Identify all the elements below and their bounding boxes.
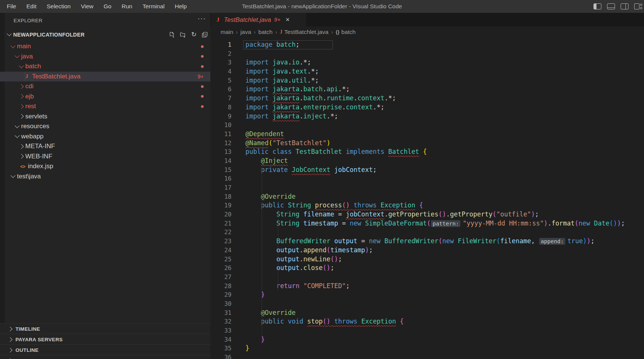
code-line-5[interactable]: 5import java.util.*; <box>210 76 644 85</box>
modified-dot-badge <box>201 95 204 98</box>
jsp-file-icon: <> <box>20 164 26 169</box>
line-content: String timestamp = new SimpleDateFormat(… <box>245 219 625 228</box>
line-number: 25 <box>210 255 232 264</box>
code-editor[interactable]: 1package batch;23import java.io.*;4impor… <box>210 37 644 359</box>
new-file-icon[interactable] <box>169 31 175 38</box>
line-number: 32 <box>210 317 232 326</box>
breadcrumb-separator: › <box>331 29 333 35</box>
code-line-31[interactable]: 31 @Override <box>210 308 644 318</box>
code-line-21[interactable]: 21 String timestamp = new SimpleDateForm… <box>210 219 644 228</box>
line-content: return "COMPLETED"; <box>245 282 350 291</box>
breadcrumb-item-batch[interactable]: {}batch <box>336 29 356 35</box>
tree-item-testbatchlet-java[interactable]: JTestBatchlet.java9+ <box>0 72 210 82</box>
breadcrumb-item-testbatchlet-java[interactable]: JTestBatchlet.java <box>280 29 328 35</box>
code-line-17[interactable]: 17 <box>210 183 644 192</box>
line-content: @Named("TestBatchlet") <box>245 139 330 148</box>
modified-dot-badge <box>201 55 204 58</box>
tree-item-ejb[interactable]: ejb <box>0 92 210 102</box>
tree-item-cdi[interactable]: cdi <box>0 81 210 92</box>
code-line-35[interactable]: 35} <box>210 344 644 353</box>
editor-group: J TestBatchlet.java 9+ × main›java›batch… <box>210 13 644 359</box>
line-number: 8 <box>210 103 232 112</box>
code-line-3[interactable]: 3import java.io.*; <box>210 58 644 67</box>
code-line-9[interactable]: 9import jakarta.inject.*; <box>210 112 644 121</box>
code-line-29[interactable]: 29 } <box>210 290 644 299</box>
section-payara-servers[interactable]: PAYARA SERVERS <box>0 334 210 345</box>
tree-item-meta-inf[interactable]: META-INF <box>0 141 210 152</box>
workspace-folder-header[interactable]: NEWAPPLICATIONFOLDER ↻ <box>0 29 210 40</box>
line-number: 3 <box>210 58 232 67</box>
modified-dot-badge <box>201 85 204 88</box>
menu-go[interactable]: Go <box>104 3 112 10</box>
tree-item-batch[interactable]: batch <box>0 61 210 72</box>
code-line-7[interactable]: 7import jakarta.batch.runtime.context.*; <box>210 94 644 103</box>
section-timeline[interactable]: TIMELINE <box>0 323 210 334</box>
refresh-icon[interactable]: ↻ <box>190 31 197 38</box>
collapse-all-icon[interactable] <box>201 31 208 38</box>
toggle-secondary-sidebar-icon[interactable] <box>621 3 629 9</box>
new-folder-icon[interactable] <box>179 31 186 38</box>
code-line-12[interactable]: 12@Named("TestBatchlet") <box>210 139 644 148</box>
tree-indent-guide <box>25 72 25 82</box>
code-line-33[interactable]: 33 <box>210 326 644 335</box>
code-line-36[interactable]: 36 <box>210 353 644 359</box>
toggle-sidebar-icon[interactable] <box>593 3 601 9</box>
code-line-26[interactable]: 26 output.close(); <box>210 264 644 273</box>
code-line-28[interactable]: 28 return "COMPLETED"; <box>210 282 644 291</box>
section-payara-micro-instances[interactable]: PAYARA MICRO INSTANCES <box>0 355 210 359</box>
code-line-20[interactable]: 20 String filename = jobContext.getPrope… <box>210 210 644 219</box>
code-line-11[interactable]: 11@Dependent <box>210 130 644 139</box>
code-line-24[interactable]: 24 output.append(timestamp); <box>210 246 644 255</box>
line-content: } <box>245 344 249 353</box>
tab-title: TestBatchlet.java <box>224 16 271 23</box>
tree-item-web-inf[interactable]: WEB-INF <box>0 152 210 162</box>
tree-item-resources[interactable]: resources <box>0 121 210 132</box>
tree-item-webapp[interactable]: webapp <box>0 132 210 142</box>
code-line-6[interactable]: 6import jakarta.batch.api.*; <box>210 85 644 94</box>
code-line-30[interactable]: 30 <box>210 299 644 308</box>
close-icon[interactable]: × <box>286 16 290 23</box>
breadcrumb-label: TestBatchlet.java <box>284 29 328 35</box>
tab-testbatchlet-java[interactable]: J TestBatchlet.java 9+ × <box>211 13 306 26</box>
menu-help[interactable]: Help <box>175 3 187 10</box>
menu-selection[interactable]: Selection <box>47 3 71 10</box>
menu-run[interactable]: Run <box>121 3 132 10</box>
code-line-23[interactable]: 23 BufferedWriter output = new BufferedW… <box>210 237 644 246</box>
tree-item-index-jsp[interactable]: <>index.jsp <box>0 161 210 172</box>
code-line-10[interactable]: 10 <box>210 121 644 130</box>
code-line-16[interactable]: 16 <box>210 174 644 183</box>
code-line-1[interactable]: 1package batch; <box>210 40 644 49</box>
code-line-4[interactable]: 4import java.text.*; <box>210 67 644 76</box>
tree-item-main[interactable]: main <box>0 41 210 52</box>
toggle-panel-icon[interactable] <box>607 3 615 9</box>
menu-view[interactable]: View <box>81 3 93 10</box>
menu-edit[interactable]: Edit <box>26 3 37 10</box>
line-number: 7 <box>210 94 232 103</box>
tree-item-rest[interactable]: rest <box>0 101 210 112</box>
code-line-13[interactable]: 13public class TestBatchlet implements B… <box>210 147 644 156</box>
breadcrumb-label: java <box>241 29 251 35</box>
breadcrumb-item-java[interactable]: java <box>241 29 251 35</box>
menu-terminal[interactable]: Terminal <box>143 3 165 10</box>
code-line-8[interactable]: 8import jakarta.enterprise.context.*; <box>210 103 644 112</box>
code-line-19[interactable]: 19 public String process() throws Except… <box>210 201 644 210</box>
section-outline[interactable]: OUTLINE <box>0 344 210 355</box>
tree-item-java[interactable]: java <box>0 52 210 62</box>
tree-item-servlets[interactable]: servlets <box>0 112 210 122</box>
customize-layout-icon[interactable] <box>634 3 639 9</box>
code-line-25[interactable]: 25 output.newLine(); <box>210 255 644 264</box>
code-line-15[interactable]: 15 private JobContext jobContext; <box>210 166 644 175</box>
code-line-2[interactable]: 2 <box>210 49 644 58</box>
code-line-27[interactable]: 27 <box>210 273 644 282</box>
code-line-22[interactable]: 22 <box>210 228 644 237</box>
tree-item-test-java[interactable]: test\java <box>0 172 210 182</box>
breadcrumb-item-batch[interactable]: batch <box>258 29 273 35</box>
menu-file[interactable]: File <box>7 3 16 10</box>
code-line-18[interactable]: 18 @Override <box>210 192 644 201</box>
explorer-more-actions-icon[interactable]: ··· <box>198 14 206 23</box>
code-line-14[interactable]: 14 @Inject <box>210 156 644 166</box>
line-number: 35 <box>210 344 232 353</box>
code-line-32[interactable]: 32 public void stop() throws Exception { <box>210 317 644 326</box>
code-line-34[interactable]: 34 } <box>210 335 644 344</box>
breadcrumb-item-main[interactable]: main <box>221 29 233 35</box>
